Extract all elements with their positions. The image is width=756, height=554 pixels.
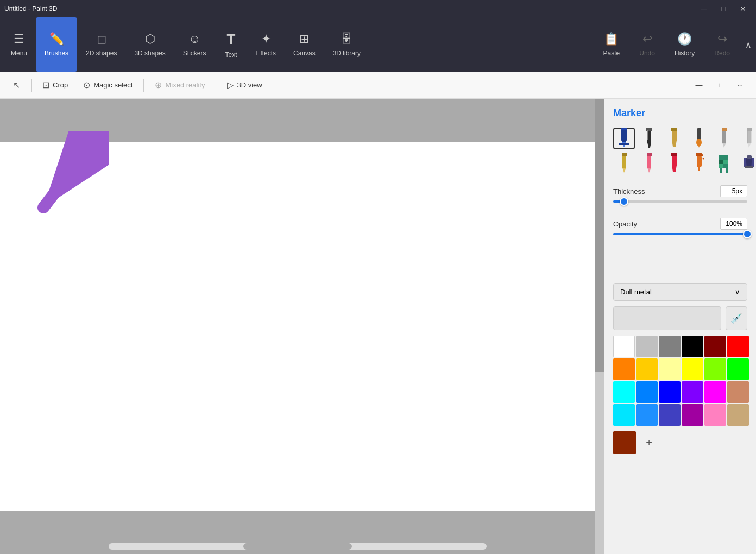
mixed-reality-button[interactable]: ⊕ Mixed reality [148,77,211,93]
brush-grid [613,128,747,174]
opacity-thumb[interactable] [743,230,752,238]
color-swatch[interactable] [727,381,749,403]
brush-pixel[interactable] [713,153,735,174]
scrollbar-thumb-v[interactable] [595,99,604,372]
add-color-button[interactable]: + [640,434,658,451]
color-swatch[interactable] [727,358,749,380]
brush-pencil2[interactable] [613,153,635,174]
canvas-scrollbar-h[interactable] [109,543,487,550]
svg-marker-23 [622,168,626,173]
zoom-controls: — + ··· [689,78,749,92]
3dshapes-icon: ⬡ [145,32,155,46]
brush-pencil-white[interactable] [738,128,756,149]
undo-button[interactable]: ↩ Undo [631,28,664,61]
magic-select-button[interactable]: ⊙ Magic select [77,77,139,93]
secondary-toolbar: ↖ ⊡ Crop ⊙ Magic select ⊕ Mixed reality … [0,72,756,99]
svg-marker-26 [647,168,651,173]
color-swatch[interactable] [636,381,658,403]
color-dropdown[interactable]: Dull metal ∨ [613,283,747,301]
color-swatch[interactable] [682,358,703,380]
effects-icon: ✦ [261,32,271,46]
color-preview-box[interactable] [613,306,721,330]
2dshapes-button[interactable]: ◻ 2D shapes [77,17,125,72]
stickers-button[interactable]: ☺ Stickers [174,17,215,72]
brush-spray[interactable] [688,153,710,174]
color-swatch[interactable] [659,358,681,380]
color-swatch[interactable] [704,336,726,357]
toolbar-expand-button[interactable]: ∧ [743,37,754,52]
svg-point-34 [701,154,703,156]
3d-view-button[interactable]: ▷ 3D view [220,77,268,93]
svg-rect-37 [723,155,728,160]
custom-color-swatch[interactable] [613,431,636,454]
crop-button[interactable]: ⊡ Crop [36,77,74,93]
color-preview-row: 💉 [613,306,747,330]
color-swatch[interactable] [636,404,658,426]
thickness-label: Thickness [613,187,645,196]
color-swatch[interactable] [636,336,658,357]
svg-rect-18 [722,128,727,131]
brush-marker[interactable] [613,128,635,149]
svg-marker-29 [672,165,677,172]
close-button[interactable]: ✕ [734,0,752,17]
color-swatch[interactable] [704,358,726,380]
toolbar-right: 📋 Paste ↩ Undo 🕐 History ↪ Redo ∧ [595,17,754,72]
brush-bucket[interactable] [738,153,756,174]
color-swatch[interactable] [659,381,681,403]
color-swatch[interactable] [636,358,658,380]
text-button[interactable]: T Text [215,17,248,72]
color-swatch[interactable] [613,336,635,357]
brush-calligraphy[interactable] [638,128,660,149]
opacity-track[interactable] [613,233,747,235]
canvas-button[interactable]: ⊞ Canvas [285,17,324,72]
svg-rect-13 [697,128,701,140]
3d-view-label: 3D view [237,81,262,89]
color-swatch[interactable] [613,381,635,403]
3dshapes-button[interactable]: ⬡ 3D shapes [125,17,174,72]
color-swatch[interactable] [682,381,703,403]
3dlibrary-label: 3D library [333,49,361,57]
thickness-track[interactable] [613,200,747,203]
zoom-in-button[interactable]: + [711,78,729,92]
color-swatch[interactable] [682,336,703,357]
3dlibrary-button[interactable]: 🗄 3D library [324,17,369,72]
color-swatch[interactable] [704,404,726,426]
paste-icon: 📋 [604,32,619,46]
color-swatch[interactable] [727,336,749,357]
zoom-out-button[interactable]: — [689,78,709,92]
brush-eraser[interactable] [638,153,660,174]
effects-button[interactable]: ✦ Effects [248,17,285,72]
color-swatch[interactable] [704,381,726,403]
color-swatch[interactable] [659,404,681,426]
svg-marker-11 [672,140,677,147]
maximize-button[interactable]: □ [715,0,732,17]
brushes-button[interactable]: ✏️ Brushes [36,17,77,72]
canvas-area[interactable] [0,99,604,554]
thickness-thumb[interactable] [620,197,628,206]
svg-rect-9 [647,130,648,140]
svg-rect-36 [719,155,723,160]
2dshapes-label: 2D shapes [86,49,117,57]
canvas-white[interactable] [0,142,595,511]
more-options-button[interactable]: ··· [730,78,749,92]
brush-watercolor[interactable] [688,128,710,149]
redo-button[interactable]: ↪ Redo [705,28,739,61]
color-swatch[interactable] [727,404,749,426]
scrollbar-thumb-h[interactable] [243,543,352,550]
select-tool-button[interactable]: ↖ [7,77,27,93]
brush-pencil-gray[interactable] [713,128,735,149]
color-swatch[interactable] [613,358,635,380]
stickers-icon: ☺ [188,32,200,46]
minimize-button[interactable]: ─ [695,0,713,17]
color-swatch[interactable] [682,404,703,426]
brush-felt[interactable] [663,153,685,174]
brush-oil[interactable] [663,128,685,149]
canvas-scrollbar-v[interactable] [595,99,604,554]
eyedropper-button[interactable]: 💉 [726,306,747,330]
paste-button[interactable]: 📋 Paste [595,28,629,61]
color-swatch[interactable] [613,404,635,426]
history-button[interactable]: 🕐 History [666,28,703,61]
color-swatch[interactable] [659,336,681,357]
menu-button[interactable]: ☰ Menu [2,17,36,72]
2dshapes-icon: ◻ [97,32,106,46]
